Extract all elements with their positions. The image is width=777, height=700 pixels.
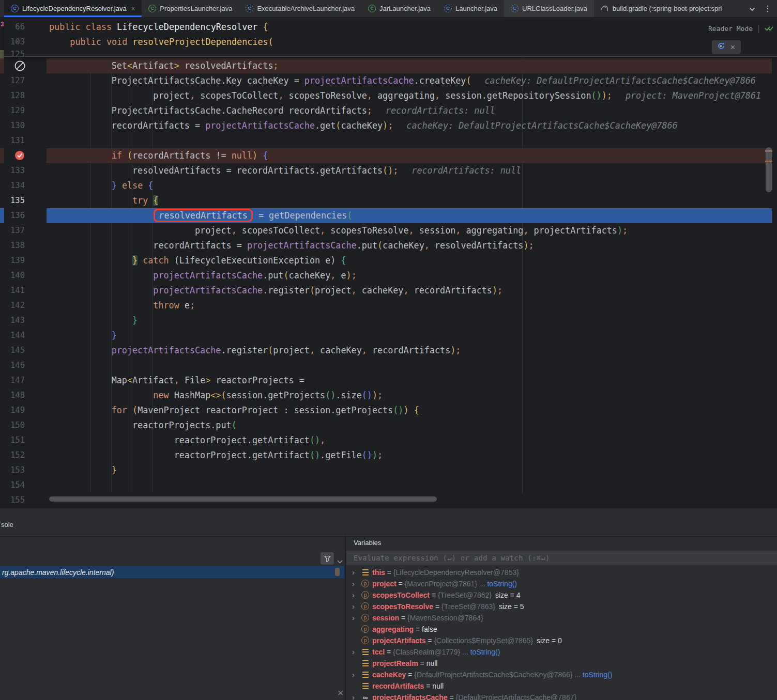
expand-chevron-icon[interactable]: ›: [352, 669, 358, 680]
chevron-down-icon[interactable]: [337, 556, 343, 566]
code-token: [70, 345, 112, 355]
variable-row-session[interactable]: ›psession = {MavenSession@7864}: [346, 612, 777, 624]
expand-chevron-icon[interactable]: ›: [352, 601, 358, 612]
variable-value: {MavenProject@7861}: [405, 580, 477, 588]
expand-chevron-icon[interactable]: ›: [352, 589, 358, 601]
variable-value: {TreeSet@7863}: [441, 602, 495, 611]
tab-build-gradle-spring-boot-project-spri[interactable]: build.gradle (:spring-boot-project:spri: [594, 0, 729, 17]
sticky-line-66[interactable]: 66public class LifecycleDependencyResolv…: [4, 20, 777, 35]
code-line-154[interactable]: [47, 478, 772, 493]
horizontal-scrollbar[interactable]: [49, 496, 437, 502]
tostring-link[interactable]: toString(): [470, 648, 500, 656]
code-line-147[interactable]: Map<Artifact, File> reactorProjects =: [47, 373, 772, 388]
code-text: reactorProject.getArtifact().getFile());: [70, 448, 383, 463]
code-line-144[interactable]: }: [47, 328, 772, 343]
code-line-126[interactable]: Set<Artifact> resolvedArtifacts;: [47, 58, 772, 73]
code-line-145[interactable]: projectArtifactsCache.register(project, …: [47, 343, 772, 358]
close-icon[interactable]: ×: [131, 5, 135, 12]
code-text: for (MavenProject reactorProject : sessi…: [70, 403, 419, 418]
code-line-128[interactable]: project, scopesToCollect, scopesToResolv…: [47, 88, 772, 103]
code-line-138[interactable]: recordArtifacts = projectArtifactsCache.…: [47, 238, 772, 253]
variable-name: tccl: [372, 648, 385, 656]
code-token: recordArtifacts: [409, 285, 492, 295]
parameter-icon: p: [361, 625, 369, 633]
tab-executablearchivelauncher-java[interactable]: CExecutableArchiveLauncher.java: [239, 0, 361, 17]
expand-chevron-icon[interactable]: ›: [352, 567, 358, 578]
expand-chevron-icon[interactable]: ›: [352, 612, 358, 624]
variable-row-this[interactable]: ›this = {LifecycleDependencyResolver@785…: [346, 567, 777, 578]
tab-label: Launcher.java: [455, 5, 497, 12]
tab-launcher-java[interactable]: CLauncher.java: [437, 0, 504, 17]
close-icon[interactable]: ✕: [337, 688, 344, 698]
tab-urlclassloader-java[interactable]: CURLClassLoader.java: [504, 0, 594, 17]
error-stripe-mark[interactable]: [765, 150, 772, 152]
evaluate-expression-input[interactable]: Evaluate expression (↵) or add a watch (…: [346, 551, 777, 565]
code-line-136[interactable]: resolvedArtifacts = getDependencies(: [47, 208, 772, 223]
code-line-137[interactable]: project, scopesToCollect, scopesToResolv…: [47, 223, 772, 238]
code-token: Map: [70, 375, 127, 385]
tab-propertieslauncher-java[interactable]: CPropertiesLauncher.java: [142, 0, 239, 17]
code-line-142[interactable]: throw e;: [47, 298, 772, 313]
filter-threads-button[interactable]: [321, 552, 334, 565]
frames-scrollbar[interactable]: [335, 568, 340, 576]
muted-breakpoint-icon[interactable]: [14, 60, 26, 72]
code-line-130[interactable]: recordArtifacts = projectArtifactsCache.…: [47, 118, 772, 133]
reload-changed-classes-icon[interactable]: [717, 40, 725, 55]
code-line-133[interactable]: resolvedArtifacts = recordArtifacts.getA…: [47, 163, 772, 178]
code-line-140[interactable]: projectArtifactsCache.put(cacheKey, e);: [47, 268, 772, 283]
stack-frame-row[interactable]: rg.apache.maven.lifecycle.internal): [0, 566, 344, 578]
breakpoint-icon[interactable]: [14, 150, 26, 162]
code-line-141[interactable]: projectArtifactsCache.register(project, …: [47, 283, 772, 298]
tab-jarlauncher-java[interactable]: CJarLauncher.java: [361, 0, 437, 17]
code-line-127[interactable]: ProjectArtifactsCache.Key cacheKey = pro…: [47, 73, 772, 88]
variable-row-project[interactable]: ›pproject = {MavenProject@7861} ... toSt…: [346, 578, 777, 589]
code-line-151[interactable]: reactorProject.getArtifact(),: [47, 433, 772, 448]
tab-console-cut[interactable]: sole: [1, 521, 13, 528]
code-line-129[interactable]: ProjectArtifactsCache.CacheRecord record…: [47, 103, 772, 118]
code-line-132[interactable]: if (recordArtifacts != null) {: [47, 148, 772, 163]
code-token: ,: [403, 285, 408, 295]
inspections-ok-icon[interactable]: [765, 21, 773, 36]
code-line-152[interactable]: reactorProject.getArtifact().getFile());: [47, 448, 772, 463]
sticky-line-103[interactable]: 103 public void resolveProjectDependenci…: [4, 35, 777, 50]
variable-row-tccl[interactable]: ›tccl = {ClassRealm@1779} ... toString(): [346, 646, 777, 658]
variable-row-cacheKey[interactable]: ›cacheKey = {DefaultProjectArtifactsCach…: [346, 669, 777, 680]
variable-row-scopesToResolve[interactable]: ›pscopesToResolve = {TreeSet@7863}size =…: [346, 601, 777, 612]
chevron-down-icon[interactable]: [749, 4, 755, 13]
stack-frame-label: rg.apache.maven.lifecycle.internal): [0, 568, 114, 577]
tostring-link[interactable]: toString(): [487, 580, 517, 588]
kebab-menu-icon[interactable]: ⋮: [764, 5, 772, 13]
code-line-153[interactable]: }: [47, 463, 772, 478]
code-line-134[interactable]: } else {: [47, 178, 772, 193]
reader-mode-button[interactable]: Reader Mode: [708, 21, 753, 36]
variable-row-scopesToCollect[interactable]: ›pscopesToCollect = {TreeSet@7862}size =…: [346, 589, 777, 601]
error-stripe-mark[interactable]: [765, 161, 772, 162]
expand-chevron-icon[interactable]: ›: [352, 646, 358, 658]
tostring-link[interactable]: toString(): [583, 671, 613, 679]
code-line-131[interactable]: [47, 133, 772, 148]
code-token: null: [232, 150, 252, 161]
expand-chevron-icon[interactable]: ›: [352, 692, 358, 700]
variable-row-projectArtifactsCache[interactable]: ›∞projectArtifactsCache = {DefaultProjec…: [346, 692, 777, 700]
vertical-scrollbar[interactable]: [766, 147, 772, 192]
sticky-lines-panel[interactable]: 66public class LifecycleDependencyResolv…: [4, 17, 777, 57]
code-token: recordArtifacts =: [70, 120, 205, 131]
variable-name: projectRealm: [372, 659, 418, 667]
expand-chevron-icon[interactable]: ›: [352, 578, 358, 589]
code-line-149[interactable]: for (MavenProject reactorProject : sessi…: [47, 403, 772, 418]
code-line-143[interactable]: }: [47, 313, 772, 328]
code-line-139[interactable]: } catch (LifecycleExecutionException e) …: [47, 253, 772, 268]
variable-row-aggregating[interactable]: paggregating = false: [346, 624, 777, 635]
close-icon[interactable]: ✕: [730, 40, 736, 55]
code-editor[interactable]: Set<Artifact> resolvedArtifacts; Project…: [0, 17, 777, 508]
tab-label: ExecutableArchiveLauncher.java: [257, 5, 355, 12]
variable-row-projectArtifacts[interactable]: pprojectArtifacts = {Collections$EmptySe…: [346, 635, 777, 646]
code-line-146[interactable]: [47, 358, 772, 373]
code-line-135[interactable]: try {: [47, 193, 772, 208]
code-line-150[interactable]: reactorProjects.put(: [47, 418, 772, 433]
tab-lifecycledependencyresolver-java[interactable]: CLifecycleDependencyResolver.java×: [4, 0, 142, 17]
code-line-148[interactable]: new HashMap<>(session.getProjects().size…: [47, 388, 772, 403]
variable-row-recordArtifacts[interactable]: recordArtifacts = null: [346, 680, 777, 692]
variable-row-projectRealm[interactable]: projectRealm = null: [346, 658, 777, 669]
code-text: } catch (LifecycleExecutionException e) …: [70, 253, 346, 268]
